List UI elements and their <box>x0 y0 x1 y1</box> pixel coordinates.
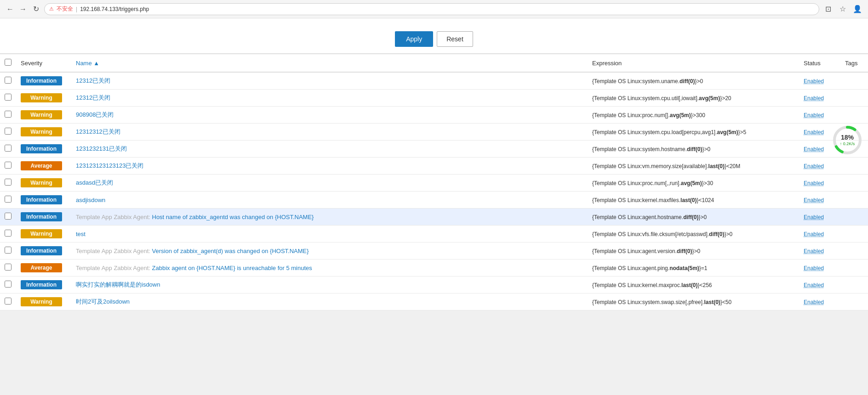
reset-button[interactable]: Reset <box>437 31 473 47</box>
row-checkbox[interactable] <box>5 247 11 254</box>
tags-cell <box>840 293 868 310</box>
cast-icon[interactable]: ⊡ <box>823 4 833 14</box>
name-link[interactable]: 时间2可及2oilsdown <box>76 298 130 305</box>
status-link[interactable]: Enabled <box>804 214 824 220</box>
row-checkbox[interactable] <box>5 77 11 84</box>
status-cell[interactable]: Enabled <box>799 209 840 226</box>
status-link[interactable]: Enabled <box>804 146 824 152</box>
row-checkbox[interactable] <box>5 196 11 203</box>
row-check-cell[interactable] <box>0 260 16 276</box>
name-cell[interactable]: 时间2可及2oilsdown <box>71 293 588 310</box>
expression-text: {Template OS Linux:kernel.maxfiles.last(… <box>592 197 714 203</box>
row-check-cell[interactable] <box>0 124 16 141</box>
status-cell[interactable]: Enabled <box>799 243 840 260</box>
row-check-cell[interactable] <box>0 107 16 124</box>
donut-rate: ↑ 0.2K/s <box>840 141 855 147</box>
name-cell[interactable]: test <box>71 226 588 243</box>
row-checkbox[interactable] <box>5 145 11 152</box>
status-link[interactable]: Enabled <box>804 231 824 237</box>
name-link[interactable]: 12312312已关闭 <box>76 128 120 135</box>
reload-button[interactable]: ↻ <box>31 5 40 14</box>
row-checkbox[interactable] <box>5 179 11 186</box>
row-checkbox[interactable] <box>5 128 11 135</box>
header-check[interactable] <box>0 54 16 73</box>
status-cell[interactable]: Enabled <box>799 72 840 90</box>
row-checkbox[interactable] <box>5 162 11 169</box>
row-check-cell[interactable] <box>0 293 16 310</box>
status-link[interactable]: Enabled <box>804 180 824 186</box>
back-button[interactable]: ← <box>6 5 15 14</box>
account-icon[interactable]: 👤 <box>852 4 862 14</box>
row-checkbox[interactable] <box>5 230 11 237</box>
status-link[interactable]: Enabled <box>804 299 824 305</box>
name-link[interactable]: 12312已关闭 <box>76 94 110 101</box>
forward-button[interactable]: → <box>18 5 28 14</box>
name-cell[interactable]: 123123123123123已关闭 <box>71 158 588 175</box>
status-cell[interactable]: Enabled <box>799 226 840 243</box>
status-link[interactable]: Enabled <box>804 78 824 85</box>
name-link[interactable]: Host name of zabbix_agentd was changed o… <box>152 214 314 220</box>
name-cell[interactable]: Template App Zabbix Agent: Zabbix agent … <box>71 260 588 276</box>
status-cell[interactable]: Enabled <box>799 158 840 175</box>
status-link[interactable]: Enabled <box>804 248 824 254</box>
status-cell[interactable]: Enabled <box>799 192 840 209</box>
name-cell[interactable]: Template App Zabbix Agent: Version of za… <box>71 243 588 260</box>
status-cell[interactable]: Enabled <box>799 175 840 192</box>
name-link[interactable]: 908908已关闭 <box>76 111 114 118</box>
status-link[interactable]: Enabled <box>804 112 824 118</box>
name-cell[interactable]: 啊实打实的解耦啊就是的isdown <box>71 276 588 293</box>
row-checkbox[interactable] <box>5 213 11 220</box>
header-name[interactable]: Name ▲ <box>71 54 588 73</box>
name-cell[interactable]: asdasd已关闭 <box>71 175 588 192</box>
name-link[interactable]: 123123123123123已关闭 <box>76 162 143 169</box>
status-link[interactable]: Enabled <box>804 282 824 288</box>
name-cell[interactable]: asdjisdown <box>71 192 588 209</box>
row-check-cell[interactable] <box>0 209 16 226</box>
row-check-cell[interactable] <box>0 226 16 243</box>
name-cell[interactable]: 908908已关闭 <box>71 107 588 124</box>
name-link[interactable]: Zabbix agent on {HOST.NAME} is unreachab… <box>152 265 312 271</box>
row-check-cell[interactable] <box>0 175 16 192</box>
name-cell[interactable]: 12312312已关闭 <box>71 124 588 141</box>
status-cell[interactable]: Enabled <box>799 107 840 124</box>
name-link[interactable]: Version of zabbix_agent(d) was changed o… <box>152 248 309 254</box>
name-link[interactable]: 1231232131已关闭 <box>76 145 127 152</box>
name-link[interactable]: 啊实打实的解耦啊就是的isdown <box>76 281 160 288</box>
address-bar[interactable]: ⚠ 不安全 | 192.168.74.133/triggers.php <box>44 3 819 15</box>
page-content: Apply Reset Severity Name ▲ Expression S… <box>0 18 868 310</box>
row-check-cell[interactable] <box>0 243 16 260</box>
status-cell[interactable]: Enabled <box>799 90 840 107</box>
status-link[interactable]: Enabled <box>804 95 824 102</box>
name-link[interactable]: asdjisdown <box>76 197 105 203</box>
severity-badge: Information <box>21 280 62 289</box>
row-checkbox[interactable] <box>5 264 11 271</box>
row-checkbox[interactable] <box>5 298 11 305</box>
name-cell[interactable]: Template App Zabbix Agent: Host name of … <box>71 209 588 226</box>
row-checkbox[interactable] <box>5 111 11 118</box>
status-link[interactable]: Enabled <box>804 129 824 135</box>
apply-button[interactable]: Apply <box>395 31 433 47</box>
row-check-cell[interactable] <box>0 158 16 175</box>
row-check-cell[interactable] <box>0 141 16 158</box>
status-link[interactable]: Enabled <box>804 197 824 203</box>
select-all-checkbox[interactable] <box>5 59 11 66</box>
status-cell[interactable]: Enabled <box>799 260 840 276</box>
name-link[interactable]: test <box>76 231 86 237</box>
status-cell[interactable]: Enabled <box>799 276 840 293</box>
row-check-cell[interactable] <box>0 90 16 107</box>
star-icon[interactable]: ☆ <box>838 4 848 14</box>
row-check-cell[interactable] <box>0 72 16 90</box>
name-cell[interactable]: 1231232131已关闭 <box>71 141 588 158</box>
row-check-cell[interactable] <box>0 192 16 209</box>
row-check-cell[interactable] <box>0 276 16 293</box>
name-cell[interactable]: 12312已关闭 <box>71 90 588 107</box>
row-checkbox[interactable] <box>5 94 11 101</box>
name-link[interactable]: asdasd已关闭 <box>76 179 113 186</box>
status-link[interactable]: Enabled <box>804 163 824 169</box>
status-link[interactable]: Enabled <box>804 265 824 271</box>
name-link[interactable]: 12312已关闭 <box>76 77 110 84</box>
status-cell[interactable]: Enabled <box>799 293 840 310</box>
severity-cell: Information <box>16 192 71 209</box>
row-checkbox[interactable] <box>5 281 11 288</box>
name-cell[interactable]: 12312已关闭 <box>71 72 588 90</box>
